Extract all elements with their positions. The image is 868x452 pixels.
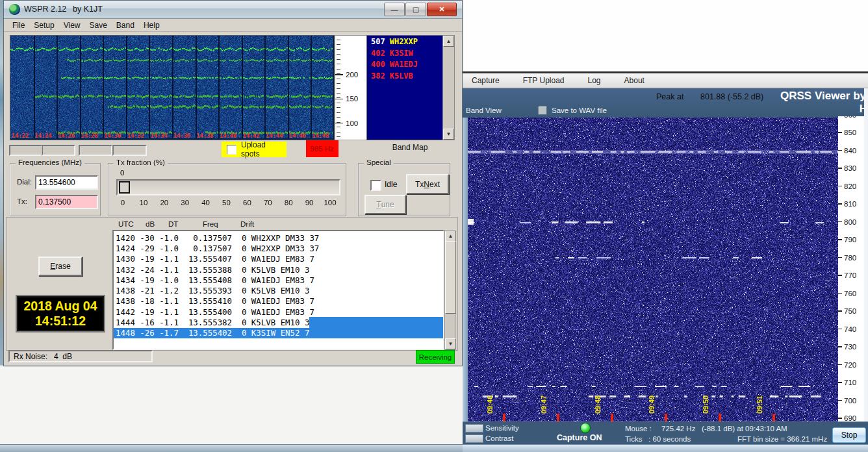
band-map-scrollbar[interactable]: ▲ ▼: [442, 35, 455, 140]
band-map-entry[interactable]: 402 K3SIW: [367, 47, 443, 59]
tx-fraction-tick-label: 70: [264, 199, 272, 207]
scroll-down-arrow[interactable]: ▼: [443, 129, 454, 140]
decode-row[interactable]: 1444 -16 -1.1 13.555382 0 K5LVB EM10 3: [114, 317, 443, 327]
wspr-waterfall-canvas: [10, 36, 333, 138]
menu-item[interactable]: Help: [139, 19, 164, 31]
waterfall-time-label: 14:44: [266, 132, 283, 139]
tx-fraction-tick-label: 60: [243, 199, 251, 207]
menu-item[interactable]: View: [59, 19, 85, 31]
upload-spots-label: Upload spots: [241, 140, 287, 158]
scroll-up-arrow[interactable]: ▲: [443, 36, 454, 47]
band-map-freq: 507: [371, 37, 385, 47]
upload-spots-option[interactable]: Upload spots: [222, 142, 287, 157]
decode-row[interactable]: 1438 -18 -1.1 13.555410 0 WA1EDJ EM83 7: [114, 296, 443, 307]
frequency-scale-label: 690: [838, 414, 864, 421]
scrollbar-thumb[interactable]: [445, 241, 456, 314]
capture-led-icon: [580, 423, 591, 433]
waterfall-time-label: 14:22: [12, 132, 29, 139]
qrss-title: QRSS Viewer by: [780, 90, 866, 103]
upload-spots-checkbox[interactable]: [227, 145, 236, 155]
tx-fraction-slider-thumb[interactable]: [119, 181, 130, 194]
wspr-titlebar[interactable]: WSPR 2.12 by K1JT — ▢ ✕: [4, 1, 462, 19]
time-tick: 09:50: [709, 377, 722, 421]
decode-row[interactable]: 1448 -26 -1.7 13.555402 0 K3SIW EN52 7: [114, 328, 443, 338]
decode-row[interactable]: 1430 -19 -1.1 13.555407 0 WA1EDJ EM83 7: [114, 254, 443, 264]
decode-row[interactable]: 1420 -30 -1.0 0.137507 0 WH2XXP DM33 37: [114, 232, 443, 243]
minimize-button[interactable]: —: [384, 3, 405, 16]
frequency-scale-label: 820: [838, 182, 864, 191]
frequency-scale-label: 710: [838, 378, 864, 387]
save-wav-label: Save to WAV file: [552, 107, 607, 114]
band-map-entry[interactable]: 382 K5LVB: [367, 70, 443, 82]
close-button[interactable]: ✕: [427, 3, 457, 16]
menu-item[interactable]: Log: [581, 75, 607, 86]
waterfall-time-label: 14:48: [312, 132, 329, 139]
time-tick-label: 09:46: [486, 396, 494, 414]
rx-frequency-badge: 985 Hz: [306, 140, 338, 157]
tx-fraction-slider[interactable]: [116, 179, 340, 195]
qrss-waterfall[interactable]: [468, 118, 838, 421]
sensitivity-slider[interactable]: [465, 424, 483, 433]
tx-fraction-legend: Tx fraction (%): [114, 158, 168, 166]
band-map-entry[interactable]: 400 WA1EDJ: [367, 58, 443, 70]
peak-value: 801.88 (-55.2 dB): [700, 92, 763, 101]
idle-checkbox[interactable]: [370, 180, 381, 191]
menu-item[interactable]: FTP Upload: [517, 75, 571, 86]
band-map[interactable]: 507 WH2XXP 402 K3SIW 400 WA1EDJ 382 K5LV…: [366, 35, 444, 140]
rx-progress-cell: [42, 145, 75, 156]
waterfall-time-label: 14:26: [58, 132, 75, 139]
wspr-title-by: by K1JT: [73, 5, 103, 14]
band-map-freq: 400: [371, 60, 385, 70]
time-tick-label: 09:49: [648, 396, 656, 414]
time-tick-mark: [503, 414, 505, 421]
menu-item[interactable]: About: [618, 75, 651, 86]
frequency-scale-label: 760: [838, 289, 864, 298]
scroll-up-arrow[interactable]: ▲: [445, 231, 456, 242]
menu-item[interactable]: File: [8, 19, 29, 31]
frequencies-groupbox: Frequencies (MHz) Dial: 13.554600 Tx: 0.…: [10, 163, 101, 216]
band-map-call: K3SIW: [390, 49, 413, 59]
frequency-scale-label: 780: [838, 253, 864, 262]
tx-frequency-field[interactable]: 0.137500: [35, 195, 98, 209]
band-map-entry[interactable]: 507 WH2XXP: [367, 36, 443, 47]
save-wav-checkbox[interactable]: [538, 106, 547, 115]
time-tick-label: 09:48: [594, 396, 602, 414]
menu-item[interactable]: Setup: [29, 19, 58, 31]
menu-item[interactable]: Band: [112, 19, 139, 31]
waterfall-time-label: 14:24: [35, 132, 52, 139]
decode-row[interactable]: 1438 -21 -1.2 13.555393 0 K5LVB EM10 3: [114, 285, 443, 295]
decode-row[interactable]: 1424 -29 -1.0 0.137507 0 WH2XXP DM33 37: [114, 243, 443, 253]
contrast-slider[interactable]: [465, 434, 483, 443]
contrast-label: Contrast: [485, 434, 513, 442]
stop-button[interactable]: Stop: [832, 427, 866, 443]
time-tick: 09:46: [494, 377, 507, 421]
decode-row[interactable]: 1432 -24 -1.1 13.555388 0 K5LVB EM10 3: [114, 264, 443, 275]
tx-fraction-tick-label: 10: [139, 199, 147, 207]
save-wav-option[interactable]: Save to WAV file: [538, 106, 607, 115]
band-map-call: K5LVB: [390, 71, 413, 82]
qrss-window-bottom-edge: [463, 444, 868, 452]
decode-row[interactable]: 1434 -19 -1.0 13.555408 0 WA1EDJ EM83 7: [114, 275, 443, 285]
tune-button[interactable]: Tune: [364, 195, 406, 214]
waterfall-time-label: 14:34: [150, 132, 167, 139]
menu-item[interactable]: Capture: [465, 75, 506, 86]
decode-row[interactable]: 1442 -19 -1.1 13.555400 0 WA1EDJ EM83 7: [114, 307, 443, 317]
decode-list[interactable]: 1420 -30 -1.0 0.137507 0 WH2XXP DM33 37 …: [112, 230, 444, 350]
dial-frequency-field[interactable]: 13.554600: [35, 175, 98, 190]
tx-progress-cell: [79, 145, 112, 156]
erase-button[interactable]: Erase: [38, 257, 83, 276]
background-window: [0, 365, 463, 446]
wspr-waterfall[interactable]: 14:2214:2414:2614:2814:3014:3214:3414:36…: [10, 35, 335, 140]
decode-scrollbar[interactable]: ▲ ▼: [444, 230, 455, 350]
ticks-readout: Ticks : 60 seconds: [625, 435, 691, 443]
fft-bin-size: FFT bin size = 366.21 mHz: [737, 435, 827, 443]
col-dt: DT: [168, 220, 178, 228]
maximize-button[interactable]: ▢: [405, 3, 426, 16]
tx-next-button[interactable]: Tx Next: [406, 174, 449, 194]
frequency-scale-label: 740: [838, 325, 864, 334]
qrss-window: CaptureFTP UploadLogAbout Peak at 801.88…: [463, 71, 868, 452]
band-view-toggle[interactable]: Band View: [466, 107, 502, 114]
menu-item[interactable]: Save: [85, 19, 112, 31]
time-tick-mark: [719, 414, 721, 421]
scroll-down-arrow[interactable]: ▼: [445, 338, 456, 349]
